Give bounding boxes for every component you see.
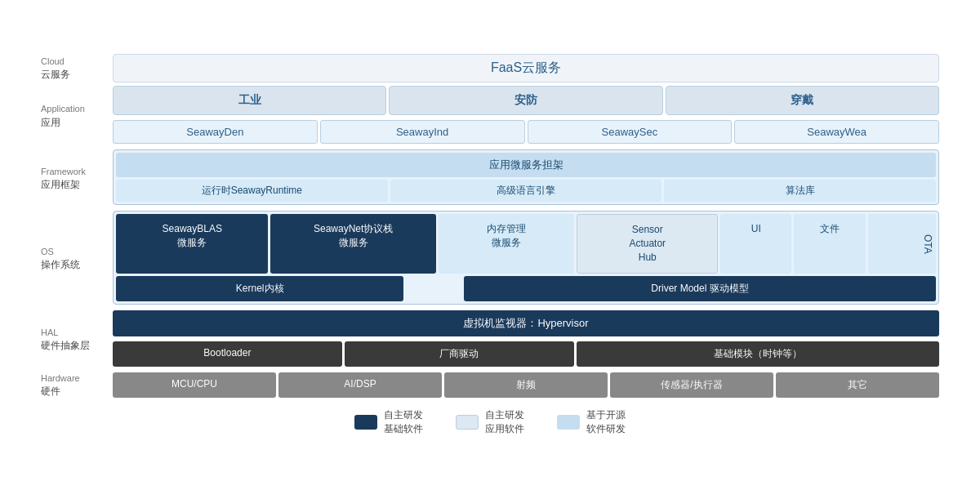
hw-mcu-cpu: MCU/CPU	[113, 372, 276, 398]
hal-hypervisor-bar: 虚拟机监视器：Hypervisor	[113, 310, 939, 336]
seaway-ind: SeawayInd	[320, 120, 525, 144]
cloud-en-label: Cloud	[41, 56, 106, 68]
framework-layer: Framework 应用框架 应用微服务担架 运行时SeawayRuntime …	[41, 149, 939, 207]
legend-dark-label: 自主研发基础软件	[384, 408, 423, 436]
hal-vendor-driver: 厂商驱动	[345, 341, 574, 367]
legend-dark-box	[354, 415, 377, 430]
hal-layer: HAL 硬件抽象层 虚拟机监视器：Hypervisor Bootloader 厂…	[41, 310, 939, 369]
architecture-diagram: Cloud 云服务 FaaS云服务 Application 应用 工业 安防 穿…	[41, 54, 939, 436]
framework-label: Framework 应用框架	[41, 149, 113, 207]
hal-en-label: HAL	[41, 327, 106, 339]
hardware-layer: Hardware 硬件 MCU/CPU AI/DSP 射频 传感器/执行器 其它	[41, 372, 939, 399]
hal-bottom-row: Bootloader 厂商驱动 基础模块（时钟等）	[113, 341, 939, 367]
legend-light-item: 自主研发应用软件	[456, 408, 524, 436]
hal-label: HAL 硬件抽象层	[41, 310, 113, 369]
framework-lang-engine: 高级语言引擎	[390, 180, 662, 202]
os-en-label: OS	[41, 246, 106, 258]
seaway-den: SeawayDen	[113, 120, 318, 144]
os-sensor-actuator-hub: SensorActuatorHub	[577, 214, 718, 273]
os-outer-box: SeawayBLAS微服务 SeawayNet协议栈微服务 内存管理微服务 Se…	[113, 211, 939, 304]
os-content: SeawayBLAS微服务 SeawayNet协议栈微服务 内存管理微服务 Se…	[113, 211, 939, 306]
legend-blue-box	[557, 415, 580, 430]
legend-blue-item: 基于开源软件研发	[557, 408, 626, 436]
framework-content: 应用微服务担架 运行时SeawayRuntime 高级语言引擎 算法库	[113, 149, 939, 207]
framework-zh-label: 应用框架	[41, 178, 106, 192]
cloud-layer: Cloud 云服务 FaaS云服务	[41, 54, 939, 82]
os-bottom-row: Kernel内核 Driver Model 驱动模型	[116, 276, 936, 301]
app-content: 工业 安防 穿戴 SeawayDen SeawayInd SeawaySec S…	[113, 86, 939, 146]
legend: 自主研发基础软件 自主研发应用软件 基于开源软件研发	[41, 408, 939, 436]
app-category-wearable: 穿戴	[666, 86, 939, 115]
framework-top-bar: 应用微服务担架	[116, 153, 936, 177]
legend-blue-label: 基于开源软件研发	[586, 408, 626, 436]
framework-bottom-row: 运行时SeawayRuntime 高级语言引擎 算法库	[116, 180, 936, 202]
os-top-row: SeawayBLAS微服务 SeawayNet协议栈微服务 内存管理微服务 Se…	[116, 214, 936, 273]
os-zh-label: 操作系统	[41, 258, 106, 272]
hardware-label: Hardware 硬件	[41, 372, 113, 399]
app-category-security: 安防	[389, 86, 662, 115]
os-seaway-blas: SeawayBLAS微服务	[116, 214, 268, 273]
hw-radio: 射频	[444, 372, 608, 398]
os-seaway-net: SeawayNet协议栈微服务	[270, 214, 435, 273]
seaway-sec: SeawaySec	[528, 120, 733, 144]
os-kernel-bar: Kernel内核	[116, 276, 403, 301]
os-layer: OS 操作系统 SeawayBLAS微服务 SeawayNet协议栈微服务 内存…	[41, 211, 939, 306]
os-ota: OTA	[868, 214, 936, 273]
framework-runtime: 运行时SeawayRuntime	[116, 180, 388, 202]
legend-light-box	[456, 415, 479, 430]
os-ui: UI	[720, 214, 791, 273]
hal-base-module: 基础模块（时钟等）	[577, 341, 939, 367]
hw-en-label: Hardware	[41, 372, 106, 385]
os-spacer	[406, 276, 461, 301]
os-label: OS 操作系统	[41, 211, 113, 306]
app-zh-label: 应用	[41, 116, 106, 130]
hw-ai-dsp: AI/DSP	[278, 372, 442, 398]
hal-content: 虚拟机监视器：Hypervisor Bootloader 厂商驱动 基础模块（时…	[113, 310, 939, 369]
faas-bar: FaaS云服务	[113, 54, 939, 82]
hw-zh-label: 硬件	[41, 385, 106, 399]
os-file: 文件	[794, 214, 865, 273]
legend-light-label: 自主研发应用软件	[485, 408, 524, 436]
cloud-label: Cloud 云服务	[41, 56, 113, 82]
hal-zh-label: 硬件抽象层	[41, 339, 106, 353]
seaway-product-row: SeawayDen SeawayInd SeawaySec SeawayWea	[113, 120, 939, 144]
app-label: Application 应用	[41, 86, 113, 146]
hw-other: 其它	[776, 372, 939, 398]
os-driver-bar: Driver Model 驱动模型	[464, 276, 936, 301]
hardware-content: MCU/CPU AI/DSP 射频 传感器/执行器 其它	[113, 372, 939, 399]
hardware-cells-row: MCU/CPU AI/DSP 射频 传感器/执行器 其它	[113, 372, 939, 398]
application-layer: Application 应用 工业 安防 穿戴 SeawayDen Seaway…	[41, 86, 939, 146]
framework-outer-box: 应用微服务担架 运行时SeawayRuntime 高级语言引擎 算法库	[113, 149, 939, 205]
app-category-industrial: 工业	[113, 86, 386, 115]
hal-bootloader: Bootloader	[113, 341, 342, 367]
framework-en-label: Framework	[41, 166, 106, 178]
app-en-label: Application	[41, 103, 106, 115]
hw-sensor-actuator: 传感器/执行器	[610, 372, 773, 398]
framework-algo-lib: 算法库	[664, 180, 936, 202]
legend-dark-item: 自主研发基础软件	[354, 408, 423, 436]
app-category-row: 工业 安防 穿戴	[113, 86, 939, 115]
cloud-zh-label: 云服务	[41, 68, 106, 82]
seaway-wea: SeawayWea	[734, 120, 939, 144]
os-memory-mgmt: 内存管理微服务	[439, 214, 575, 273]
